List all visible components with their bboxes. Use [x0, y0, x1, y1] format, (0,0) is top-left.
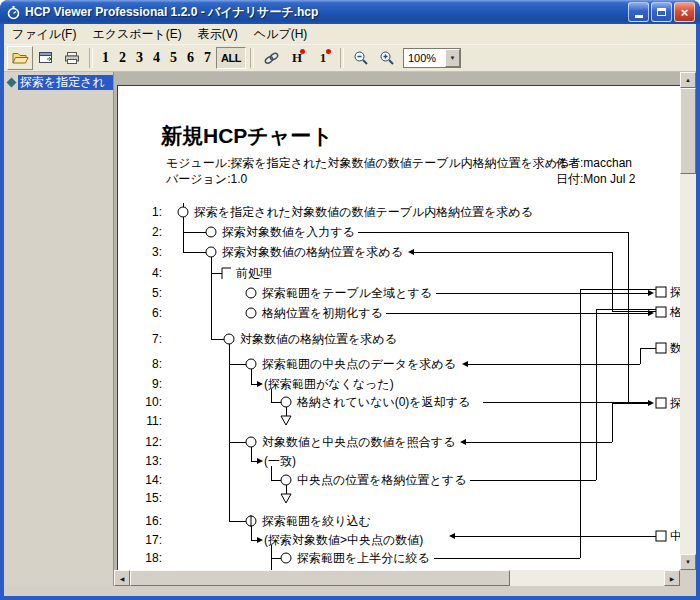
- menu-bar: ファイル(F) エクスポート(E) 表示(V) ヘルプ(H): [4, 24, 696, 44]
- export-image-icon: [38, 51, 54, 65]
- svg-text:探索範囲を絞り込む: 探索範囲を絞り込む: [262, 514, 371, 528]
- h-marker-button[interactable]: H: [284, 46, 310, 70]
- svg-text:探索範囲をテーブル全域とする: 探索範囲をテーブル全域とする: [262, 286, 432, 300]
- svg-text:10:: 10:: [145, 395, 162, 409]
- chain-link-icon: [263, 51, 280, 65]
- svg-text:格納位置を初期化する: 格納位置を初期化する: [261, 306, 383, 320]
- svg-text:14:: 14:: [145, 473, 162, 487]
- svg-text:(一致): (一致): [264, 454, 296, 468]
- svg-text:中央点の数値: 中央点の数値: [670, 529, 680, 543]
- svg-text:13:: 13:: [145, 454, 162, 468]
- svg-text:対象数値の格納位置を求める: 対象数値の格納位置を求める: [240, 332, 397, 346]
- svg-text:6:: 6:: [152, 306, 162, 320]
- module-diamond-icon: [7, 78, 17, 88]
- link-lines-button[interactable]: [258, 46, 284, 70]
- svg-text:11:: 11:: [146, 414, 162, 428]
- scroll-down-button[interactable]: ▼: [680, 554, 696, 570]
- number-marker-button[interactable]: 1: [310, 46, 336, 70]
- scrollbar-corner: [680, 570, 696, 586]
- window-title: HCP Viewer Professional 1.2.0 - バイナリサーチ.…: [25, 4, 628, 21]
- svg-text:探索対象数値: 探索対象数値: [670, 396, 680, 410]
- app-icon: [5, 4, 21, 20]
- dropdown-arrow-icon[interactable]: ▼: [445, 49, 460, 67]
- author-line: 作者:macchan: [555, 156, 632, 170]
- maximize-button[interactable]: [651, 2, 672, 22]
- hcp-chart: 新規HCPチャート モジュール:探索を指定された対象数値の数値テーブル内格納位置…: [118, 86, 680, 570]
- open-folder-icon: [12, 51, 29, 65]
- zoom-select[interactable]: 100% ▼: [403, 48, 461, 68]
- toolbar: 1 2 3 4 5 6 7 ALL H 1: [4, 44, 696, 72]
- scroll-up-button[interactable]: ▲: [680, 72, 696, 88]
- level-6-button[interactable]: 6: [182, 47, 199, 69]
- scroll-left-button[interactable]: ◀: [114, 570, 130, 586]
- svg-text:18:: 18:: [145, 551, 162, 565]
- vertical-scrollbar[interactable]: ▲ ▼: [680, 72, 696, 570]
- svg-text:2:: 2:: [152, 225, 162, 239]
- exit-triangle: [281, 494, 291, 503]
- svg-text:(探索対象数値>中央点の数値): (探索対象数値>中央点の数値): [264, 533, 423, 547]
- maximize-icon: [657, 8, 666, 16]
- app-window: HCP Viewer Professional 1.2.0 - バイナリサーチ.…: [0, 0, 700, 600]
- scroll-right-button[interactable]: ▶: [664, 570, 680, 586]
- svg-text:探索範囲を上半分に絞る: 探索範囲を上半分に絞る: [297, 551, 430, 565]
- zoom-out-button[interactable]: [348, 46, 374, 70]
- svg-text:9:: 9:: [152, 377, 162, 391]
- module-tree-panel: 探索を指定され: [4, 72, 114, 586]
- svg-text:8:: 8:: [152, 357, 162, 371]
- svg-text:探索対象数値を入力する: 探索対象数値を入力する: [222, 225, 355, 239]
- svg-text:探索範囲: 探索範囲: [670, 285, 680, 299]
- svg-text:5:: 5:: [152, 286, 162, 300]
- document-viewport[interactable]: 新規HCPチャート モジュール:探索を指定された対象数値の数値テーブル内格納位置…: [114, 72, 680, 570]
- zoom-out-icon: [353, 50, 369, 66]
- level-4-button[interactable]: 4: [148, 47, 165, 69]
- group-mark: [222, 268, 231, 279]
- horizontal-scroll-thumb[interactable]: [130, 570, 510, 586]
- red-dot-icon: [326, 49, 331, 54]
- level-2-button[interactable]: 2: [114, 47, 131, 69]
- data-items: 探索範囲 格納位置 数値テーブル 探索対象数値 中央点の数値: [656, 285, 680, 543]
- level-3-button[interactable]: 3: [131, 47, 148, 69]
- zoom-value: 100%: [404, 52, 445, 64]
- svg-text:格納されていない(0)を返却する: 格納されていない(0)を返却する: [296, 395, 470, 409]
- print-button[interactable]: [59, 46, 85, 70]
- printer-icon: [64, 51, 80, 65]
- horizontal-scrollbar[interactable]: ◀ ▶: [114, 570, 680, 586]
- minimize-button[interactable]: [628, 2, 649, 22]
- menu-view[interactable]: 表示(V): [190, 24, 246, 45]
- open-button[interactable]: [7, 46, 33, 70]
- level-7-button[interactable]: 7: [199, 47, 216, 69]
- svg-text:対象数値と中央点の数値を照合する: 対象数値と中央点の数値を照合する: [262, 435, 455, 449]
- menu-file[interactable]: ファイル(F): [4, 24, 84, 45]
- vertical-scroll-thumb[interactable]: [680, 88, 696, 174]
- svg-text:(探索範囲がなくなった): (探索範囲がなくなった): [264, 377, 394, 391]
- close-button[interactable]: ×: [674, 2, 695, 22]
- document-title: 新規HCPチャート: [160, 124, 333, 147]
- window-bottom-frame: [4, 586, 696, 596]
- level-all-button[interactable]: ALL: [216, 47, 246, 69]
- hcp-page: 新規HCPチャート モジュール:探索を指定された対象数値の数値テーブル内格納位置…: [117, 85, 680, 570]
- level-5-button[interactable]: 5: [165, 47, 182, 69]
- svg-text:探索範囲の中央点のデータを求める: 探索範囲の中央点のデータを求める: [262, 357, 456, 371]
- exit-triangle: [281, 416, 291, 425]
- svg-text:前処理: 前処理: [236, 266, 272, 280]
- svg-text:探索を指定された対象数値の数値テーブル内格納位置を求める: 探索を指定された対象数値の数値テーブル内格納位置を求める: [194, 205, 533, 219]
- svg-text:中央点の位置を格納位置とする: 中央点の位置を格納位置とする: [297, 473, 466, 487]
- zoom-in-button[interactable]: [374, 46, 400, 70]
- close-icon: ×: [681, 6, 689, 19]
- line-numbers: 1: 2: 3: 4: 5: 6: 7: 8: 9: 10: 11: 12: 1…: [145, 205, 162, 565]
- svg-text:16:: 16:: [145, 514, 162, 528]
- zoom-in-icon: [379, 50, 395, 66]
- svg-text:1:: 1:: [152, 205, 162, 219]
- minimize-icon: [635, 15, 643, 18]
- menu-export[interactable]: エクスポート(E): [84, 24, 189, 45]
- export-image-button[interactable]: [33, 46, 59, 70]
- title-bar[interactable]: HCP Viewer Professional 1.2.0 - バイナリサーチ.…: [0, 0, 700, 24]
- red-dot-icon: [300, 49, 305, 54]
- svg-text:7:: 7:: [152, 332, 162, 346]
- menu-help[interactable]: ヘルプ(H): [246, 24, 316, 45]
- toolbar-separator: [89, 48, 93, 68]
- svg-text:15:: 15:: [145, 491, 162, 505]
- svg-text:探索対象数値の格納位置を求める: 探索対象数値の格納位置を求める: [222, 245, 403, 259]
- tree-item-module[interactable]: 探索を指定され: [4, 74, 113, 91]
- level-1-button[interactable]: 1: [97, 47, 114, 69]
